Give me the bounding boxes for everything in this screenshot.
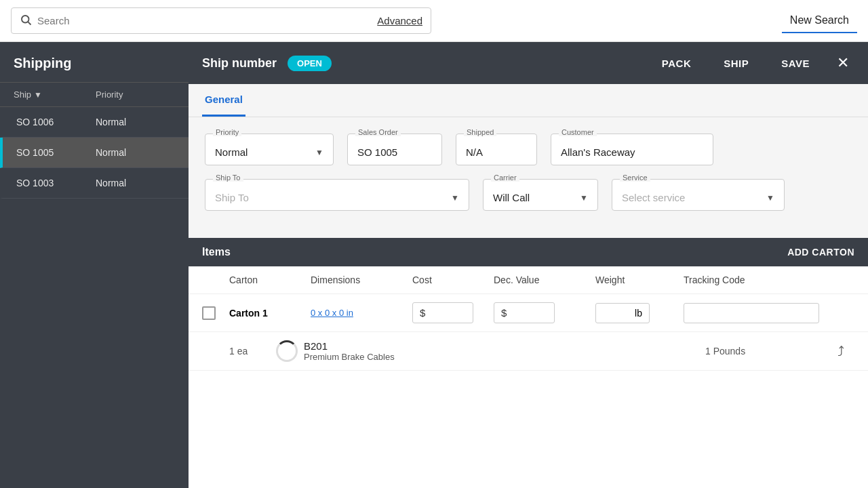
sales-order-label: Sales Order (355, 128, 401, 136)
service-dropdown[interactable]: Select service ▼ (612, 179, 785, 211)
th-cost: Cost (412, 274, 494, 285)
dec-value-symbol: $ (501, 307, 507, 319)
items-title: Items (202, 246, 787, 258)
dec-value-input-group[interactable]: $ (494, 302, 555, 323)
search-area: Advanced (11, 7, 431, 34)
service-field-group: Service Select service ▼ (612, 179, 785, 211)
advanced-link[interactable]: Advanced (377, 15, 422, 26)
svg-point-0 (22, 16, 29, 23)
sidebar-item-so1005[interactable]: SO 1005 Normal (0, 138, 189, 168)
carrier-dropdown[interactable]: Will Call ▼ (483, 179, 598, 211)
form-row-1: Priority Normal ▼ Sales Order SO 1005 Sh… (205, 134, 852, 165)
carrier-label: Carrier (491, 174, 519, 182)
sort-arrow-icon: ▼ (34, 90, 42, 100)
ship-to-label: Ship To (213, 174, 243, 182)
th-tracking: Tracking Code (684, 274, 854, 285)
sub-item-weight: 1 Pounds (705, 346, 827, 357)
sidebar-item-priority: Normal (96, 178, 175, 188)
content-header: Ship number OPEN PACK SHIP SAVE ✕ (189, 42, 868, 84)
priority-value: Normal (215, 146, 248, 158)
sales-order-value: SO 1005 (347, 134, 442, 165)
sidebar-items: SO 1006 Normal SO 1005 Normal SO 1003 No… (0, 107, 189, 199)
row-checkbox[interactable] (202, 306, 216, 320)
sub-item-description: Premium Brake Cables (304, 352, 705, 362)
customer-label: Customer (559, 128, 597, 136)
td-tracking (684, 303, 854, 323)
loading-ring-icon (276, 340, 298, 362)
priority-dropdown[interactable]: Normal ▼ (205, 134, 334, 165)
close-button[interactable]: ✕ (831, 52, 854, 75)
customer-text: Allan's Raceway (561, 146, 635, 158)
tab-general[interactable]: General (202, 84, 245, 117)
sales-order-text: SO 1005 (357, 146, 397, 158)
sub-item-code: B201 (304, 340, 705, 352)
cost-input-group[interactable]: $ (412, 302, 473, 323)
td-dimensions[interactable]: 0 x 0 x 0 in (311, 308, 412, 318)
sidebar: Shipping Ship ▼ Priority SO 1006 Normal … (0, 42, 189, 488)
sidebar-item-priority: Normal (96, 117, 175, 127)
search-input[interactable] (37, 15, 366, 26)
ship-button[interactable]: SHIP (713, 52, 760, 75)
pack-button[interactable]: PACK (651, 52, 702, 75)
sub-item-action[interactable]: ⤴ (827, 344, 854, 359)
customer-field-group: Customer Allan's Raceway (551, 134, 713, 165)
weight-unit: lb (635, 308, 642, 319)
service-placeholder: Select service (622, 192, 685, 203)
carrier-dropdown-arrow-icon: ▼ (580, 193, 588, 203)
cost-input[interactable] (428, 307, 469, 319)
dec-value-input[interactable] (509, 307, 550, 319)
service-dropdown-arrow-icon: ▼ (766, 193, 774, 203)
items-header: Items ADD CARTON (189, 238, 868, 266)
sidebar-item-so: SO 1005 (16, 147, 96, 158)
ship-to-placeholder: Ship To (215, 192, 249, 203)
svg-line-1 (28, 22, 31, 24)
ship-col-label: Ship (14, 89, 31, 100)
td-checkbox[interactable] (202, 306, 229, 320)
shipped-value: N/A (456, 134, 537, 165)
items-table: Carton Dimensions Cost Dec. Value Weight… (189, 266, 868, 488)
sidebar-col-ship: Ship ▼ (14, 89, 93, 100)
status-badge: OPEN (288, 56, 332, 71)
shipped-label: Shipped (464, 128, 496, 136)
top-bar: Advanced New Search (0, 0, 868, 42)
sidebar-item-so: SO 1003 (16, 178, 96, 188)
shipped-field-group: Shipped N/A (456, 134, 537, 165)
carrier-field-group: Carrier Will Call ▼ (483, 179, 598, 211)
priority-dropdown-arrow-icon: ▼ (315, 148, 323, 157)
route-icon[interactable]: ⤴ (837, 344, 844, 359)
sales-order-field-group: Sales Order SO 1005 (347, 134, 442, 165)
table-header-row: Carton Dimensions Cost Dec. Value Weight… (189, 266, 868, 294)
sub-item-icon (270, 340, 304, 362)
weight-input[interactable] (612, 308, 632, 319)
sidebar-title: Shipping (0, 42, 189, 83)
td-dec-value: $ (494, 302, 595, 323)
td-cost: $ (412, 302, 494, 323)
weight-input-group[interactable]: lb (595, 303, 650, 323)
service-label: Service (620, 174, 650, 182)
sidebar-item-so: SO 1006 (16, 117, 96, 127)
save-button[interactable]: SAVE (770, 52, 821, 75)
ship-to-dropdown[interactable]: Ship To ▼ (205, 179, 469, 211)
tabs-bar: General (189, 84, 868, 117)
td-carton: Carton 1 (229, 308, 311, 319)
sidebar-item-so1003[interactable]: SO 1003 Normal (0, 168, 189, 199)
table-row: Carton 1 0 x 0 x 0 in $ $ (189, 294, 868, 332)
carrier-value: Will Call (493, 192, 530, 203)
customer-value: Allan's Raceway (551, 134, 713, 165)
sidebar-col-priority: Priority (96, 89, 175, 100)
form-area: Priority Normal ▼ Sales Order SO 1005 Sh… (189, 117, 868, 238)
shipped-text: N/A (466, 146, 483, 158)
search-icon (20, 14, 32, 28)
priority-label: Priority (213, 128, 241, 136)
sidebar-item-priority: Normal (96, 147, 175, 158)
sub-item-row: 1 ea B201 Premium Brake Cables 1 Pounds … (189, 332, 868, 371)
sidebar-col-headers: Ship ▼ Priority (0, 83, 189, 107)
form-row-2: Ship To Ship To ▼ Carrier Will Call ▼ Se… (205, 179, 852, 211)
cost-symbol: $ (420, 307, 425, 319)
tracking-code-input[interactable] (684, 303, 819, 323)
new-search-button[interactable]: New Search (782, 9, 857, 33)
sidebar-item-so1006[interactable]: SO 1006 Normal (0, 107, 189, 138)
add-carton-button[interactable]: ADD CARTON (787, 247, 854, 258)
th-dimensions: Dimensions (311, 274, 412, 285)
ship-to-field-group: Ship To Ship To ▼ (205, 179, 469, 211)
